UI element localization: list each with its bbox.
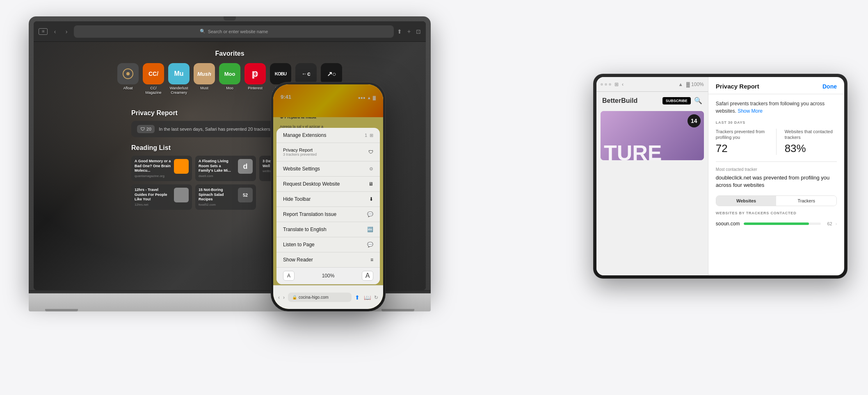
fav-pinterest[interactable]: 𝕡 Pinterest — [244, 63, 266, 95]
ipad: ⊞ ‹ ▲ ▓ 100% BetterBuild SUBSCRIBE 🔍 — [593, 74, 847, 279]
forward-button[interactable]: › — [62, 27, 71, 36]
trackers-prevented-stat: Trackers prevented from profiling you 72 — [716, 129, 768, 155]
privacy-stats-row: Trackers prevented from profiling you 72… — [716, 129, 837, 155]
menu-request-desktop[interactable]: Request Desktop Website 🖥 — [276, 177, 380, 192]
websites-tab[interactable]: Websites — [716, 196, 777, 206]
ipad-back-button[interactable]: ‹ — [622, 82, 624, 87]
hide-toolbar-icon: ⬇ — [369, 196, 373, 202]
new-tab-icon[interactable]: ＋ — [406, 28, 412, 35]
ipad-privacy-done-button[interactable]: Done — [822, 83, 837, 90]
menu-listen[interactable]: Listen to Page 💬 — [276, 237, 380, 252]
fav-icon-cc-img: CC/ — [143, 63, 164, 84]
fav-afloat[interactable]: Afloat — [117, 63, 139, 95]
privacy-divider-1 — [716, 161, 837, 162]
betterbuild-subscribe-button[interactable]: SUBSCRIBE — [662, 97, 691, 104]
ipad-show-more-link[interactable]: Show More — [738, 108, 763, 114]
macbook-notch — [224, 16, 236, 20]
iphone-refresh-icon[interactable]: ↻ — [374, 295, 378, 300]
reading-card-1-content: A Good Memory or a Bad One? One Brain Mo… — [135, 159, 171, 178]
website-settings-icon: ⚙ — [369, 166, 373, 172]
tracker-row-sooun[interactable]: sooun.com 62 › — [716, 218, 837, 229]
iphone-url-bar[interactable]: 🔒 cocina-higo.com — [288, 293, 352, 302]
privacy-report-menu-sub: 3 trackers prevented — [283, 152, 317, 157]
iphone-toolbar-icons: ⬆ 📖 — [355, 294, 371, 301]
fav-moo[interactable]: Moo Moo — [219, 63, 240, 95]
ipad-sidebar-icon[interactable]: ⊞ — [614, 82, 619, 87]
fav-icon-afloat-img — [117, 63, 139, 84]
ipad-privacy-report-body: Safari prevents trackers from following … — [708, 94, 844, 275]
reading-card-2-thumb: d — [238, 159, 253, 174]
menu-privacy-report[interactable]: Privacy Report 3 trackers prevented 🛡 — [276, 143, 380, 161]
show-reader-icon: ≡ — [370, 257, 373, 263]
listen-icon: 💬 — [367, 242, 373, 247]
websites-trackers-tabs: Websites Trackers — [716, 195, 837, 206]
address-bar-placeholder: Search or enter website name — [208, 29, 268, 34]
fav-cc-magazine[interactable]: CC/ CC/Magazine — [143, 63, 164, 95]
fav-icon-teenage-img: ↗○ — [321, 63, 342, 84]
betterbuild-search-icon[interactable]: 🔍 — [694, 97, 702, 104]
share-icon[interactable]: ⬆ — [397, 28, 402, 35]
listen-label: Listen to Page — [283, 242, 315, 247]
macbook-foot-left — [45, 309, 78, 311]
tracker-chevron-icon: › — [836, 222, 837, 226]
privacy-report-menu-icon: 🛡 — [368, 149, 373, 155]
tracker-site-name: sooun.com — [716, 221, 740, 227]
fav-label-wanderlust: Wanderlust Creamery — [168, 86, 190, 95]
menu-show-reader[interactable]: Show Reader ≡ — [276, 252, 380, 268]
reading-card-4[interactable]: 12hrs - Travel Guides For People Like Yo… — [131, 184, 192, 210]
iphone-url-text: cocina-higo.com — [299, 295, 329, 300]
privacy-report-menu-content: Privacy Report 3 trackers prevented — [283, 148, 317, 157]
ipad-right-panel: Privacy Report Done Safari prevents trac… — [708, 77, 844, 275]
hide-toolbar-label: Hide Toolbar — [283, 196, 311, 202]
fav-must[interactable]: Mush Must — [194, 63, 215, 95]
privacy-shield-badge: 🛡 20 — [137, 125, 155, 133]
menu-website-settings[interactable]: Website Settings ⚙ — [276, 161, 380, 177]
iphone-back-button[interactable]: ‹ — [278, 295, 280, 300]
iphone-forward-button[interactable]: › — [283, 295, 285, 300]
reading-card-4-domain: 12hrs.net — [135, 203, 171, 207]
website-settings-label: Website Settings — [283, 166, 320, 172]
font-increase-button[interactable]: A — [362, 271, 373, 281]
ipad-dot-1 — [601, 83, 603, 86]
ipad-battery-icon: ▓ 100% — [686, 82, 704, 87]
reading-card-1-title: A Good Memory or a Bad One? One Brain Mo… — [135, 159, 171, 173]
iphone-screen: Paso Uno: ① Prepara la masa Agrega la sa… — [273, 84, 383, 309]
fav-icon-era-img: ←c — [295, 63, 317, 84]
trackers-tab[interactable]: Trackers — [776, 196, 836, 206]
menu-manage-extensions[interactable]: Manage Extensions 1 ⊞ — [276, 128, 380, 143]
fav-icon-wanderlust-img: Mu — [168, 63, 190, 84]
iphone-bookmarks-icon[interactable]: 📖 — [364, 294, 371, 301]
shield-icon: 🛡 — [140, 127, 145, 132]
menu-report-translation[interactable]: Report Translation Issue 💬 — [276, 207, 380, 222]
font-small-a: A — [287, 273, 290, 279]
ipad-privacy-report-header: Privacy Report Done — [708, 77, 844, 94]
ipad-body: ⊞ ‹ ▲ ▓ 100% BetterBuild SUBSCRIBE 🔍 — [593, 74, 847, 279]
tracker-bar — [744, 222, 809, 225]
reading-card-1-domain: quantamagazine.org — [135, 174, 171, 178]
iphone: Paso Uno: ① Prepara la masa Agrega la sa… — [271, 82, 386, 311]
fav-icon-pinterest-img: 𝕡 — [244, 63, 266, 84]
menu-translate[interactable]: Translate to English 🔤 — [276, 222, 380, 237]
fav-label-afloat: Afloat — [123, 86, 132, 91]
fav-icon-must-img: Mush — [194, 63, 215, 84]
privacy-desc-text: Safari prevents trackers from following … — [716, 101, 825, 114]
search-icon: 🔍 — [200, 29, 206, 34]
reading-card-2-title: A Floating Living Room Sets a Family's L… — [199, 159, 235, 173]
sidebar-icon[interactable]: ⊡ — [416, 28, 421, 35]
address-bar[interactable]: 🔍 Search or enter website name — [74, 25, 394, 38]
most-contacted-label: Most contacted tracker — [716, 167, 837, 172]
reading-card-2-content: A Floating Living Room Sets a Family's L… — [199, 159, 235, 178]
iphone-body: Paso Uno: ① Prepara la masa Agrega la sa… — [271, 82, 386, 311]
favorites-title: Favorites — [127, 50, 332, 57]
tab-switcher-button[interactable]: ⊞ — [39, 28, 48, 35]
reading-card-1[interactable]: A Good Memory or a Bad One? One Brain Mo… — [131, 156, 192, 181]
reading-card-5[interactable]: 15 Not-Boring Spinach Salad Recipes food… — [195, 184, 256, 210]
manage-extensions-label: Manage Extensions — [283, 132, 326, 138]
back-button[interactable]: ‹ — [51, 27, 59, 36]
iphone-share-icon[interactable]: ⬆ — [355, 294, 360, 301]
reading-card-2[interactable]: A Floating Living Room Sets a Family's L… — [195, 156, 256, 181]
font-decrease-button[interactable]: A — [283, 271, 295, 281]
menu-hide-toolbar[interactable]: Hide Toolbar ⬇ — [276, 192, 380, 207]
fav-wanderlust[interactable]: Mu Wanderlust Creamery — [168, 63, 190, 95]
reading-card-5-title: 15 Not-Boring Spinach Salad Recipes — [199, 188, 235, 202]
